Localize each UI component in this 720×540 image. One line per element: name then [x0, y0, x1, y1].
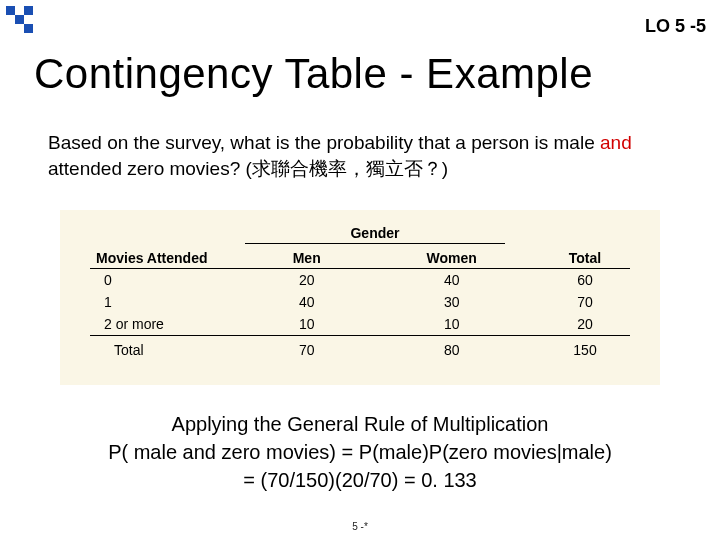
cell: 70 — [540, 291, 630, 313]
cell: 150 — [540, 336, 630, 362]
logo-icon — [6, 6, 44, 34]
row-label: 2 or more — [90, 313, 250, 336]
question-highlight: and — [600, 132, 632, 153]
row-label: 0 — [90, 269, 250, 292]
slide-footer: 5 -* — [0, 521, 720, 532]
answer-line-1: Applying the General Rule of Multiplicat… — [0, 410, 720, 438]
answer-line-3: = (70/150)(20/70) = 0. 133 — [0, 466, 720, 494]
question-text: Based on the survey, what is the probabi… — [48, 130, 668, 181]
gender-header: Gender — [245, 225, 505, 244]
col-total: Total — [540, 246, 630, 269]
cell: 10 — [250, 313, 363, 336]
col-men: Men — [250, 246, 363, 269]
answer-block: Applying the General Rule of Multiplicat… — [0, 410, 720, 494]
svg-rect-0 — [6, 6, 15, 15]
cell: 70 — [250, 336, 363, 362]
col-women: Women — [363, 246, 540, 269]
lo-label: LO 5 -5 — [645, 16, 706, 37]
cell: 60 — [540, 269, 630, 292]
question-prefix: Based on the survey, what is the probabi… — [48, 132, 600, 153]
table-total-row: Total 70 80 150 — [90, 336, 630, 362]
table-row: 1 40 30 70 — [90, 291, 630, 313]
cell: 20 — [250, 269, 363, 292]
question-suffix: attended zero movies? (求聯合機率，獨立否？) — [48, 158, 448, 179]
cell: 20 — [540, 313, 630, 336]
cell: 30 — [363, 291, 540, 313]
table-row: 0 20 40 60 — [90, 269, 630, 292]
contingency-table: Gender Movies Attended Men Women Total 0… — [60, 210, 660, 385]
svg-rect-2 — [24, 6, 33, 15]
cell: 10 — [363, 313, 540, 336]
svg-rect-3 — [24, 24, 33, 33]
row-label-total: Total — [90, 336, 250, 362]
table-row: 2 or more 10 10 20 — [90, 313, 630, 336]
answer-line-2: P( male and zero movies) = P(male)P(zero… — [0, 438, 720, 466]
row-label: 1 — [90, 291, 250, 313]
slide-title: Contingency Table - Example — [34, 50, 593, 98]
col-movies-attended: Movies Attended — [90, 246, 250, 269]
cell: 40 — [363, 269, 540, 292]
cell: 80 — [363, 336, 540, 362]
svg-rect-1 — [15, 15, 24, 24]
cell: 40 — [250, 291, 363, 313]
